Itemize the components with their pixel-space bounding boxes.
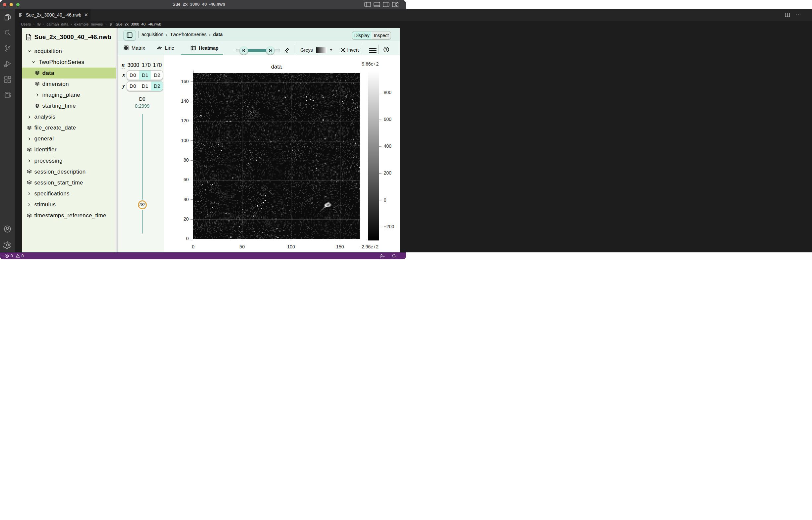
svg-text:?: ?: [385, 47, 388, 51]
